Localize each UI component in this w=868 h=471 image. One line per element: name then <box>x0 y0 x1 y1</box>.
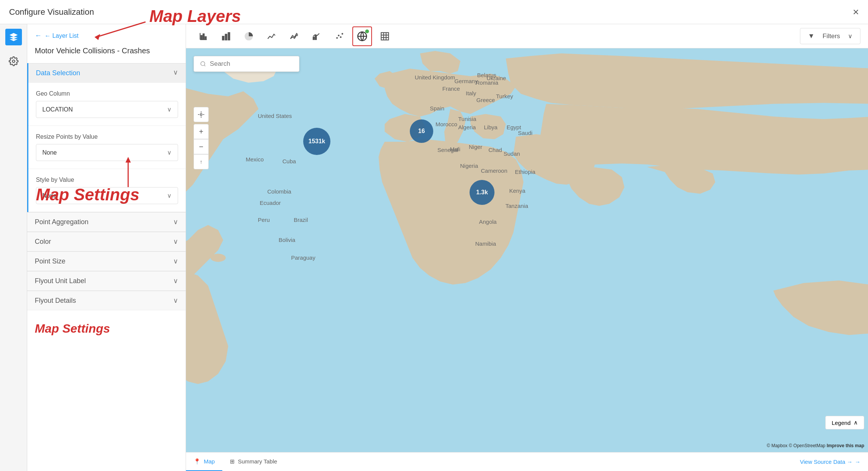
svg-rect-23 <box>186 48 868 452</box>
layer-list-back[interactable]: ← ← Layer List <box>27 24 186 43</box>
cluster-1531k[interactable]: 1531k <box>303 128 330 155</box>
flyout-unit-chevron-icon: ∨ <box>173 277 178 285</box>
map-search[interactable] <box>194 56 299 72</box>
world-map-svg <box>186 48 868 452</box>
settings-icon-button[interactable] <box>5 53 22 70</box>
layer-list-label: ← Layer List <box>45 33 79 39</box>
point-size-header[interactable]: Point Size ∨ <box>27 251 186 271</box>
style-chevron-icon: ∨ <box>167 192 172 199</box>
map-tab-icon: 📍 <box>194 458 201 465</box>
svg-point-12 <box>336 37 338 39</box>
point-size-chevron-icon: ∨ <box>173 257 178 265</box>
pie-chart-button[interactable] <box>239 26 259 46</box>
filters-label: Filters <box>823 33 840 40</box>
legend-toggle[interactable]: Legend ∧ <box>825 416 864 429</box>
map-tab-label: Map <box>204 458 215 465</box>
svg-point-26 <box>201 62 205 66</box>
flyout-unit-label-header[interactable]: Flyout Unit Label ∨ <box>27 271 186 291</box>
resize-points-select[interactable]: None ∨ <box>36 144 178 161</box>
summary-table-icon: ⊞ <box>230 458 235 465</box>
style-by-value-label: Style by Value <box>36 177 178 183</box>
zoom-out-button[interactable]: − <box>194 139 209 154</box>
map-settings-annotation: Map Settings <box>27 310 186 347</box>
view-source-label: View Source Data → <box>800 459 852 465</box>
line-chart-button[interactable] <box>262 26 281 46</box>
tab-summary-table[interactable]: ⊞ Summary Table <box>222 452 285 471</box>
color-header[interactable]: Color ∨ <box>27 232 186 251</box>
zoom-in-button[interactable]: + <box>194 124 209 139</box>
layers-icon-button[interactable] <box>5 29 22 45</box>
point-aggregation-chevron-icon: ∨ <box>173 218 178 226</box>
style-by-value-select[interactable]: None ∨ <box>36 187 178 204</box>
view-source-data[interactable]: View Source Data → → <box>800 459 860 465</box>
flyout-unit-label-title: Flyout Unit Label <box>35 277 86 285</box>
close-button[interactable]: × <box>853 6 859 18</box>
combo-chart-button[interactable] <box>307 26 327 46</box>
legend-chevron-icon: ∧ <box>854 419 858 426</box>
data-selection-header[interactable]: Data Selection ∧ <box>28 63 186 83</box>
legend-label: Legend <box>832 420 851 426</box>
back-arrow-icon: ← <box>35 32 42 40</box>
left-panel: ← ← Layer List Motor Vehicle Collisions … <box>27 24 186 471</box>
area-chart-button[interactable] <box>284 26 304 46</box>
svg-line-27 <box>204 65 205 66</box>
map-settings-annotation-text: Map Settings <box>35 322 110 335</box>
data-selection-chevron: ∧ <box>173 69 178 77</box>
point-aggregation-header[interactable]: Point Aggregation ∨ <box>27 212 186 232</box>
svg-point-25 <box>211 254 226 262</box>
bottom-tabs: 📍 Map ⊞ Summary Table View Source Data →… <box>186 452 868 471</box>
style-by-value-value: None <box>42 192 57 199</box>
map-attribution: © Mapbox © OpenStreetMap Improve this ma… <box>767 443 864 448</box>
view-source-arrow-icon: → <box>855 459 860 465</box>
geo-column-label: Geo Column <box>36 90 178 97</box>
search-icon <box>200 60 206 67</box>
improve-map-link[interactable]: Improve this map <box>827 443 864 448</box>
geo-column-chevron-icon: ∨ <box>167 106 172 113</box>
mapbox-credit: © Mapbox © OpenStreetMap <box>767 443 826 448</box>
table-view-button[interactable] <box>375 26 395 46</box>
svg-point-14 <box>340 36 341 38</box>
resize-chevron-icon: ∨ <box>167 149 172 156</box>
right-content: ▼ Filters ∨ <box>186 24 868 471</box>
cluster-1300[interactable]: 1.3k <box>470 180 494 205</box>
main-content: ← ← Layer List Motor Vehicle Collisions … <box>0 24 868 471</box>
point-size-title: Point Size <box>35 257 65 265</box>
svg-rect-5 <box>205 37 206 40</box>
svg-rect-6 <box>222 36 224 40</box>
flyout-details-header[interactable]: Flyout Details ∨ <box>27 291 186 310</box>
svg-point-0 <box>12 60 15 63</box>
column-chart-button[interactable] <box>216 26 236 46</box>
color-title: Color <box>35 238 51 246</box>
svg-point-24 <box>193 248 213 258</box>
data-selection-title: Data Selection <box>36 69 80 77</box>
data-selection-section: Data Selection ∧ Geo Column LOCATION ∨ R… <box>27 63 186 212</box>
search-input[interactable] <box>210 60 293 68</box>
svg-point-13 <box>338 34 339 36</box>
scatter-chart-button[interactable] <box>330 26 349 46</box>
svg-point-15 <box>341 33 343 34</box>
active-indicator <box>365 29 369 33</box>
tab-map[interactable]: 📍 Map <box>186 452 222 471</box>
locate-icon <box>197 111 205 118</box>
compass-button[interactable]: ↑ <box>194 154 209 169</box>
map-container[interactable]: United States Mexico Cuba Colombia Ecuad… <box>186 48 868 452</box>
cluster-16[interactable]: 16 <box>410 119 433 143</box>
geo-column-value: LOCATION <box>42 106 73 113</box>
map-view-button[interactable] <box>352 26 372 46</box>
filter-icon: ▼ <box>808 32 815 40</box>
layer-name-label: Motor Vehicle Collisions - Crashes <box>27 43 186 63</box>
toolbar: ▼ Filters ∨ <box>186 24 868 48</box>
geo-column-select[interactable]: LOCATION ∨ <box>36 101 178 118</box>
bar-chart-button[interactable] <box>194 26 213 46</box>
flyout-details-title: Flyout Details <box>35 297 76 305</box>
svg-rect-3 <box>201 35 202 39</box>
filters-button[interactable]: ▼ Filters ∨ <box>800 28 860 44</box>
geo-column-field: Geo Column LOCATION ∨ <box>28 83 186 126</box>
color-chevron-icon: ∨ <box>173 237 178 246</box>
svg-rect-11 <box>315 35 316 39</box>
map-zoom-controls: + − ↑ <box>194 124 209 169</box>
svg-rect-4 <box>203 34 204 39</box>
svg-rect-10 <box>313 37 314 40</box>
locate-button[interactable] <box>194 107 209 122</box>
svg-point-28 <box>200 114 202 116</box>
